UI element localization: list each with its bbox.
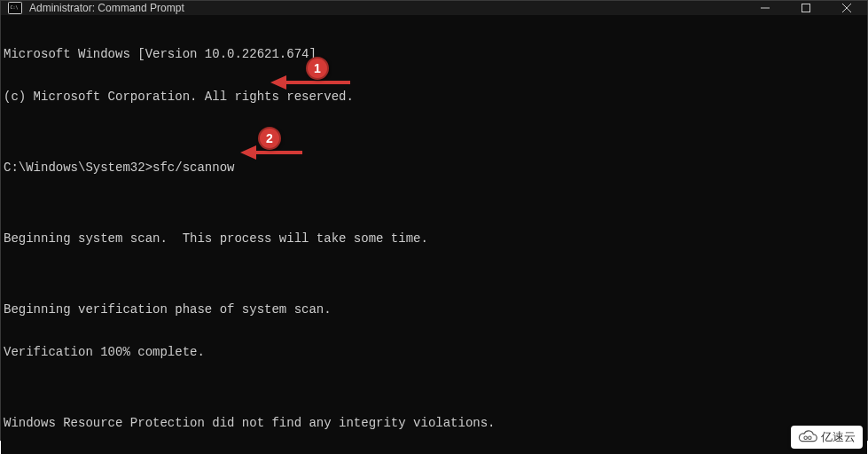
output-line: Windows Resource Protection did not find…: [4, 416, 496, 430]
prompt: C:\Windows\System32>: [4, 160, 152, 175]
badge-2-label: 2: [266, 131, 273, 145]
badge-1-label: 1: [314, 61, 321, 75]
svg-marker-7: [270, 75, 286, 90]
titlebar[interactable]: C:\ Administrator: Command Prompt: [1, 1, 867, 15]
window-title: Administrator: Command Prompt: [29, 2, 184, 14]
maximize-button[interactable]: [786, 1, 826, 15]
output-line: Microsoft Windows [Version 10.0.22621.67…: [4, 47, 317, 61]
output-line: (c) Microsoft Corporation. All rights re…: [4, 90, 354, 104]
output-line: Beginning system scan. This process will…: [4, 231, 428, 246]
terminal-output[interactable]: Microsoft Windows [Version 10.0.22621.67…: [1, 15, 867, 454]
watermark-text: 亿速云: [821, 429, 856, 445]
svg-rect-3: [802, 4, 810, 12]
command-text: sfc/scannow: [152, 160, 234, 175]
svg-marker-9: [240, 145, 256, 160]
command-prompt-window: C:\ Administrator: Command Prompt Micros…: [0, 0, 868, 441]
output-line: Verification 100% complete.: [4, 345, 205, 359]
badge-2: 2: [258, 127, 281, 150]
svg-point-10: [804, 436, 807, 439]
svg-text:C:\: C:\: [11, 4, 19, 10]
window-controls: [745, 1, 867, 15]
cloud-icon: [798, 429, 817, 445]
minimize-button[interactable]: [745, 1, 786, 15]
close-button[interactable]: [826, 1, 867, 15]
svg-point-11: [809, 436, 811, 439]
watermark: 亿速云: [791, 426, 863, 449]
output-line: Beginning verification phase of system s…: [4, 302, 332, 317]
cmd-icon: C:\: [8, 1, 22, 15]
